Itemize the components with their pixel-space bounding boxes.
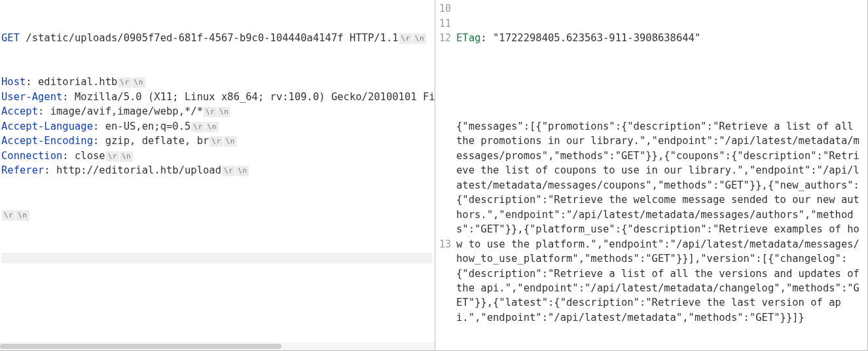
line-number-blank bbox=[437, 164, 451, 179]
request-line: GET /static/uploads/0905f7ed-681f-4567-b… bbox=[1, 31, 432, 46]
crlf-marker: \r bbox=[209, 136, 223, 147]
header-value: close bbox=[75, 150, 105, 162]
line-number: 13 bbox=[437, 237, 451, 252]
header-value: http://editorial.htb/upload bbox=[56, 164, 221, 176]
response-body: {"messages":[{"promotions":{"description… bbox=[456, 119, 865, 325]
crlf-marker: \r bbox=[204, 107, 217, 117]
http-method: GET bbox=[1, 32, 20, 44]
horizontal-scrollbar[interactable] bbox=[0, 342, 435, 350]
header-value: Mozilla/5.0 (X11; Linux x86_64; rv:109.0… bbox=[75, 91, 435, 103]
etag-header-name: ETag bbox=[456, 32, 480, 44]
line-number-blank bbox=[437, 134, 451, 149]
request-header-line: Connection: close\r\n bbox=[1, 149, 432, 164]
header-name: Referer bbox=[1, 164, 44, 176]
header-name: User-Agent bbox=[1, 91, 62, 103]
header-name: Connection bbox=[1, 150, 62, 162]
crlf-marker: \n bbox=[236, 166, 249, 176]
header-value: image/avif,image/webp,*/* bbox=[50, 105, 203, 117]
request-blank-line: \r\n bbox=[1, 208, 432, 223]
crlf-marker: \n bbox=[224, 136, 237, 147]
line-number-blank bbox=[437, 149, 451, 164]
crlf-marker: \n bbox=[16, 210, 29, 221]
header-name: Host bbox=[1, 76, 26, 88]
header-value: en-US,en;q=0.5 bbox=[105, 120, 191, 132]
line-number-blank bbox=[437, 46, 451, 61]
header-name: Accept-Encoding bbox=[1, 135, 93, 147]
crlf-marker: \r bbox=[118, 77, 131, 88]
line-number-blank bbox=[437, 90, 451, 105]
header-value: editorial.htb bbox=[38, 76, 117, 88]
header-value: gzip, deflate, br bbox=[105, 135, 209, 147]
crlf-marker: \n bbox=[132, 77, 145, 88]
request-header-line: Accept: image/avif,image/webp,*/*\r\n bbox=[1, 104, 432, 119]
request-header-line: Accept-Encoding: gzip, deflate, br\r\n bbox=[1, 134, 432, 149]
line-number: 12 bbox=[437, 31, 451, 46]
line-number-blank bbox=[437, 178, 451, 193]
request-header-line: Host: editorial.htb\r\n bbox=[1, 75, 432, 90]
line-number-blank bbox=[437, 60, 451, 75]
request-body-placeholder bbox=[1, 253, 432, 263]
line-number-blank bbox=[437, 105, 451, 120]
crlf-marker: \r bbox=[106, 151, 119, 162]
line-number-blank bbox=[437, 223, 451, 238]
crlf-marker: \r bbox=[399, 33, 412, 44]
line-number: 10 bbox=[437, 1, 451, 16]
crlf-marker: \r bbox=[191, 122, 204, 132]
crlf-marker: \n bbox=[217, 107, 230, 117]
scrollbar-thumb[interactable] bbox=[0, 344, 281, 349]
request-code[interactable]: GET /static/uploads/0905f7ed-681f-4567-b… bbox=[0, 0, 435, 294]
split-view: GET /static/uploads/0905f7ed-681f-4567-b… bbox=[0, 0, 868, 351]
response-code[interactable]: ETag: "1722298405.623563-911-3908638644"… bbox=[455, 0, 867, 350]
header-name: Accept-Language bbox=[1, 120, 93, 132]
line-number-blank bbox=[437, 193, 451, 208]
etag-header-value: "1722298405.623563-911-3908638644" bbox=[493, 32, 700, 44]
line-number-gutter: 10 11 12 13 bbox=[435, 0, 455, 350]
request-header-line: User-Agent: Mozilla/5.0 (X11; Linux x86_… bbox=[1, 90, 432, 105]
line-number-blank bbox=[437, 119, 451, 134]
line-number: 11 bbox=[437, 16, 451, 31]
request-header-line: Accept-Language: en-US,en;q=0.5\r\n bbox=[1, 119, 432, 134]
request-pane[interactable]: GET /static/uploads/0905f7ed-681f-4567-b… bbox=[0, 0, 435, 351]
response-blank-line bbox=[456, 75, 865, 90]
line-number-blank bbox=[437, 208, 451, 223]
response-pane[interactable]: 10 11 12 13 ETag: "1722298405.623563-911… bbox=[435, 0, 868, 351]
crlf-marker: \r bbox=[222, 166, 235, 176]
response-header-line: ETag: "1722298405.623563-911-3908638644" bbox=[456, 31, 865, 46]
crlf-marker: \n bbox=[206, 122, 219, 132]
header-name: Accept bbox=[1, 105, 38, 117]
request-protocol: HTTP/1.1 bbox=[350, 32, 399, 44]
crlf-marker: \r bbox=[2, 210, 15, 221]
line-number-blank bbox=[437, 75, 451, 90]
request-path: /static/uploads/0905f7ed-681f-4567-b9c0-… bbox=[26, 32, 343, 44]
crlf-marker: \n bbox=[413, 33, 426, 44]
crlf-marker: \n bbox=[120, 151, 133, 162]
request-header-line: Referer: http://editorial.htb/upload\r\n bbox=[1, 163, 432, 178]
